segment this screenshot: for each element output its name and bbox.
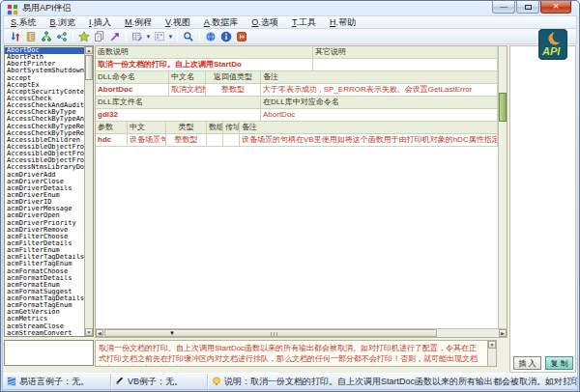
list-item[interactable]: AccessCheckByTypeAnd	[5, 116, 84, 123]
list-item[interactable]: AcceptSecurityContex	[5, 89, 84, 96]
list-item[interactable]: AcceptEx	[5, 82, 84, 89]
pointer-arrow-icon[interactable]	[107, 30, 123, 43]
status-bar: 易语言例子：无。 VB例子：无。 说明：取消一份文档的打印。自上次调用Start…	[3, 373, 577, 389]
table-header-cell: 返回值类型	[206, 71, 261, 83]
close-button[interactable]: ✕	[540, 1, 571, 14]
list-item[interactable]: AbortSystemShutdown	[5, 68, 84, 74]
menu-item[interactable]: T.工具	[285, 16, 323, 29]
list-item[interactable]: acmFormatChoose	[5, 268, 84, 275]
list-item[interactable]: acmFormatDetails	[5, 275, 84, 282]
favorite-star-icon[interactable]	[76, 30, 92, 43]
list-item[interactable]: acmFilterTagDetails	[5, 254, 84, 261]
toolbar-separator	[126, 31, 127, 42]
share-nodes-icon[interactable]	[54, 30, 70, 43]
list-item[interactable]: acmGetVersion	[5, 309, 84, 316]
description-scrollbar[interactable]: ▲ ▼	[487, 341, 496, 366]
maximize-button[interactable]	[516, 1, 539, 14]
table-value-cell: 大于零表示成功 , SP_ERROR表示失败。会设置GetLastError	[261, 84, 498, 96]
table-edit-icon[interactable]	[130, 30, 145, 43]
list-item[interactable]: AccessibleObjectFrom	[5, 151, 84, 157]
info-icon[interactable]	[218, 30, 234, 43]
menu-item[interactable]: I.插入	[82, 16, 118, 29]
table-value-cell: hdc	[96, 134, 128, 146]
detail-horizontal-scrollbar[interactable]: ◀ ▶ ▼	[96, 328, 507, 337]
globe-icon[interactable]	[203, 30, 218, 43]
menu-item[interactable]: B.浏览	[44, 16, 83, 29]
list-item[interactable]: acmFilterTagEnum	[5, 261, 84, 267]
grid-select-icon[interactable]	[152, 30, 167, 43]
splitter-handle-icon[interactable]: ▼	[169, 330, 175, 337]
scroll-down-icon[interactable]: ▼	[85, 328, 93, 336]
list-item[interactable]: acmFormatTagDetails	[5, 295, 84, 302]
list-item[interactable]: AccessCheckByTypeRes	[5, 130, 84, 137]
hierarchy-icon[interactable]	[39, 30, 54, 43]
list-item[interactable]: acmMetrics	[5, 316, 84, 322]
menu-item[interactable]: A.数据库	[197, 16, 246, 29]
api-function-list[interactable]: AbortDocAbortPathAbortPrinterAbortSystem…	[4, 45, 94, 337]
list-item[interactable]: acmFilterDetails	[5, 240, 84, 247]
menu-item[interactable]: M.例程	[118, 16, 159, 29]
list-item[interactable]: AbortDoc	[5, 47, 84, 54]
insert-button[interactable]: 插 入	[513, 356, 541, 370]
table-value-row: AbortDoc取消文档打印整数型大于零表示成功 , SP_ERROR表示失败。…	[96, 84, 498, 97]
list-item[interactable]: acmStreamConvert	[5, 330, 84, 336]
list-item[interactable]: AccessibleObjectFrom	[5, 157, 84, 164]
list-item[interactable]: AccessCheckByType	[5, 109, 84, 116]
scroll-down-icon[interactable]: ▼	[488, 341, 496, 349]
list-item[interactable]: acmFormatSuggest	[5, 289, 84, 295]
list-item[interactable]: acmDriverEnum	[5, 192, 84, 199]
menu-item[interactable]: S.系统	[4, 16, 44, 29]
table-header-cell: 在DLL库中对应命令名	[261, 97, 498, 108]
list-item[interactable]: acmDriverPriority	[5, 220, 84, 227]
list-scrollbar[interactable]: ▲ ▼	[84, 46, 93, 336]
list-item[interactable]: AccessCheckAndAuditA	[5, 102, 84, 109]
list-item[interactable]: acmDriverAdd	[5, 172, 84, 179]
list-item[interactable]: acmFormatEnum	[5, 282, 84, 289]
scroll-left-icon[interactable]: ◀	[96, 329, 103, 337]
list-item[interactable]: acmFormatTagEnum	[5, 302, 84, 309]
list-item[interactable]: acmDriverMessage	[5, 206, 84, 212]
list-item[interactable]: acmDriverClose	[5, 179, 84, 185]
table-header-row: DLL库文件名在DLL库中对应命令名	[96, 97, 498, 109]
menu-item[interactable]: O.选项	[245, 16, 285, 29]
function-search-input[interactable]	[4, 340, 94, 366]
notebook-icon[interactable]	[23, 30, 39, 43]
list-item[interactable]: AbortPrinter	[5, 61, 84, 68]
copy-button[interactable]: 复 制	[545, 356, 573, 370]
scroll-up-icon[interactable]: ▲	[85, 46, 93, 54]
table-value-cell: AbortDoc	[261, 109, 498, 121]
list-item[interactable]: AbortPath	[5, 54, 84, 61]
table-value-cell: 设备场景的句柄在VB里使用如将这个函数用于由打印机对象的hDC属性指定的打印机设…	[240, 134, 498, 146]
list-item[interactable]: AccessNtmsLibraryDoo	[5, 164, 84, 171]
minimize-button[interactable]: —	[492, 1, 515, 14]
exit-icon[interactable]	[234, 30, 249, 43]
list-item[interactable]: acmStreamClose	[5, 323, 84, 330]
detail-vscroll-thumb[interactable]	[499, 93, 507, 122]
list-item[interactable]: acmDriverRemove	[5, 227, 84, 234]
menu-item[interactable]: V.视图	[159, 16, 197, 29]
list-item[interactable]: acmFilterEnum	[5, 247, 84, 254]
copy-icon[interactable]	[92, 30, 107, 43]
navigate-icon[interactable]	[8, 30, 23, 43]
list-item[interactable]: acmDriverDetails	[5, 185, 84, 192]
menu-item[interactable]: H.帮助	[323, 16, 362, 29]
search-icon[interactable]	[181, 30, 196, 43]
list-item[interactable]: acmDriverOpen	[5, 212, 84, 219]
list-scroll-thumb[interactable]	[85, 55, 93, 80]
grid-select-icon-dropdown[interactable]: ▼	[167, 34, 174, 40]
titlebar[interactable]: 易用API伴侣 — ✕	[0, 0, 580, 15]
list-item[interactable]: AccessCheck	[5, 96, 84, 102]
list-item[interactable]: acmDriverID	[5, 199, 84, 206]
scroll-right-icon[interactable]: ▶	[499, 329, 507, 337]
table-edit-icon-dropdown[interactable]: ▼	[145, 34, 152, 40]
detail-vertical-scrollbar[interactable]	[498, 46, 507, 328]
table-header-cell: 备注	[240, 122, 498, 133]
list-item[interactable]: accept	[5, 75, 84, 82]
list-item[interactable]: AccessibleChildren	[5, 137, 84, 144]
list-item[interactable]: AccessibleObjectFrom	[5, 144, 84, 151]
api-logo: API	[538, 29, 567, 60]
list-item[interactable]: acmFilterChoose	[5, 234, 84, 240]
detail-hscroll-thumb[interactable]	[104, 329, 437, 337]
list-item[interactable]: AccessCheckByTypeRes	[5, 124, 84, 130]
status-elang-example: 易语言例子：无。	[3, 374, 111, 389]
